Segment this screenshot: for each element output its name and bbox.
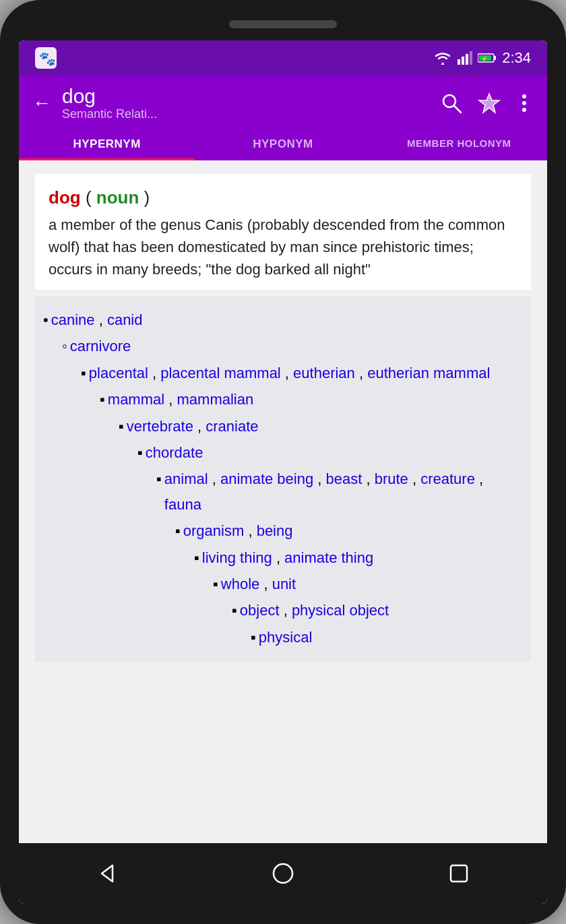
wifi-icon: [433, 51, 452, 65]
hier-link-creature[interactable]: creature: [420, 470, 475, 487]
hier-link[interactable]: craniate: [206, 418, 258, 435]
status-time: 2:34: [502, 49, 531, 67]
word-term[interactable]: dog: [49, 187, 81, 208]
bullet-square: [194, 545, 199, 570]
list-item[interactable]: mammal , mammalian: [43, 387, 520, 412]
content-area[interactable]: dog ( noun ) a member of the genus Canis…: [19, 160, 547, 843]
list-item[interactable]: object , physical object: [43, 598, 520, 623]
bullet-square: [251, 625, 256, 650]
hierarchy-list: canine , canid carnivore placental , pla…: [35, 297, 531, 662]
svg-rect-18: [451, 865, 467, 882]
status-bar: 🐾: [19, 40, 547, 75]
svg-point-14: [522, 101, 526, 105]
hier-link[interactable]: chordate: [146, 444, 203, 461]
svg-rect-3: [462, 57, 464, 65]
word-definition-card: dog ( noun ) a member of the genus Canis…: [35, 174, 531, 290]
hier-link-physical[interactable]: physical: [259, 629, 312, 646]
bullet-square: [156, 466, 162, 491]
tab-hypernym[interactable]: HYPERNYM: [19, 128, 195, 160]
hier-link-being[interactable]: being: [257, 522, 293, 539]
word-pos: noun: [96, 187, 139, 208]
speaker-bar: [229, 20, 337, 28]
signal-icon: [458, 51, 472, 65]
bullet-disc: [43, 307, 49, 332]
svg-rect-5: [470, 51, 472, 65]
word-title-line: dog ( noun ): [49, 187, 517, 208]
hier-link[interactable]: canine: [51, 311, 95, 328]
tabs-bar: HYPERNYM HYPONYM MEMBER HOLONYM: [19, 128, 547, 160]
nav-bar: [19, 843, 547, 904]
list-item[interactable]: living thing , animate thing: [43, 545, 520, 570]
status-bar-right: ⚡ 2:34: [433, 49, 531, 67]
phone-screen: 🐾: [19, 40, 547, 904]
hier-link[interactable]: mammal: [108, 391, 164, 408]
hier-link-brute[interactable]: brute: [375, 470, 408, 487]
hier-link-living-thing[interactable]: living thing: [202, 549, 272, 566]
svg-marker-12: [479, 94, 499, 113]
svg-line-11: [454, 106, 461, 113]
bullet-square: [175, 518, 181, 543]
list-item[interactable]: canine , canid: [43, 307, 520, 332]
bullet-square: [81, 361, 86, 386]
list-item[interactable]: placental , placental mammal , eutherian…: [43, 361, 520, 386]
bullet-square: [213, 572, 218, 596]
hier-link-unit[interactable]: unit: [272, 576, 296, 592]
hier-link-organism[interactable]: organism: [183, 522, 244, 539]
tab-member-holonym[interactable]: MEMBER HOLONYM: [371, 128, 547, 160]
recents-nav-button[interactable]: [440, 855, 478, 892]
hier-link-beast[interactable]: beast: [326, 470, 363, 487]
list-item[interactable]: animal , animate being , beast , brute ,…: [43, 466, 520, 517]
list-item[interactable]: vertebrate , craniate: [43, 414, 520, 439]
app-bar-subtitle: Semantic Relati...: [62, 107, 157, 121]
word-paren-close: ): [144, 187, 150, 208]
hier-link[interactable]: placental mammal: [160, 365, 281, 381]
hier-link-whole[interactable]: whole: [221, 576, 259, 592]
hier-link-animal[interactable]: animal: [164, 470, 208, 487]
bullet-circle: [62, 334, 67, 359]
svg-rect-7: [494, 56, 496, 60]
hier-link-fauna[interactable]: fauna: [164, 496, 201, 513]
svg-rect-4: [466, 54, 468, 65]
star-button[interactable]: [477, 91, 501, 115]
svg-marker-16: [102, 865, 113, 882]
status-bar-left: 🐾: [35, 47, 57, 69]
bullet-square: [119, 414, 124, 439]
hier-link[interactable]: mammalian: [177, 391, 254, 408]
svg-text:⚡: ⚡: [481, 55, 488, 62]
more-button[interactable]: [515, 91, 534, 115]
bullet-square: [137, 440, 143, 465]
app-bar-icons: [439, 91, 534, 115]
hier-link-animate-being[interactable]: animate being: [220, 470, 313, 487]
list-item[interactable]: chordate: [43, 440, 520, 465]
list-item[interactable]: physical: [43, 625, 520, 650]
svg-point-15: [522, 108, 526, 112]
home-nav-button[interactable]: [264, 855, 302, 892]
hier-link[interactable]: placental: [89, 365, 148, 381]
app-bar: ← dog Semantic Relati...: [19, 75, 547, 128]
app-icon: 🐾: [35, 47, 57, 69]
svg-point-13: [522, 94, 526, 98]
hier-link[interactable]: eutherian mammal: [367, 365, 490, 381]
list-item[interactable]: carnivore: [43, 334, 520, 359]
app-bar-word: dog: [62, 85, 157, 107]
app-bar-left: ← dog Semantic Relati...: [32, 85, 157, 121]
hier-link[interactable]: eutherian: [293, 365, 355, 381]
word-definition: a member of the genus Canis (probably de…: [49, 214, 517, 280]
svg-text:🐾: 🐾: [39, 51, 56, 67]
tab-hyponym[interactable]: HYPONYM: [195, 128, 371, 160]
word-paren-open: (: [86, 187, 92, 208]
bullet-square: [232, 598, 237, 623]
back-nav-button[interactable]: [88, 855, 126, 892]
back-button[interactable]: ←: [32, 92, 51, 114]
list-item[interactable]: whole , unit: [43, 572, 520, 596]
battery-icon: ⚡: [478, 52, 497, 64]
hier-link-object[interactable]: object: [240, 602, 280, 619]
hier-link[interactable]: carnivore: [70, 338, 131, 355]
hier-link[interactable]: vertebrate: [127, 418, 193, 435]
list-item[interactable]: organism , being: [43, 518, 520, 543]
hier-link-physical-object[interactable]: physical object: [292, 602, 389, 619]
svg-point-17: [274, 864, 292, 883]
hier-link-animate-thing[interactable]: animate thing: [284, 549, 373, 566]
hier-link[interactable]: canid: [107, 311, 143, 328]
search-button[interactable]: [439, 91, 464, 115]
